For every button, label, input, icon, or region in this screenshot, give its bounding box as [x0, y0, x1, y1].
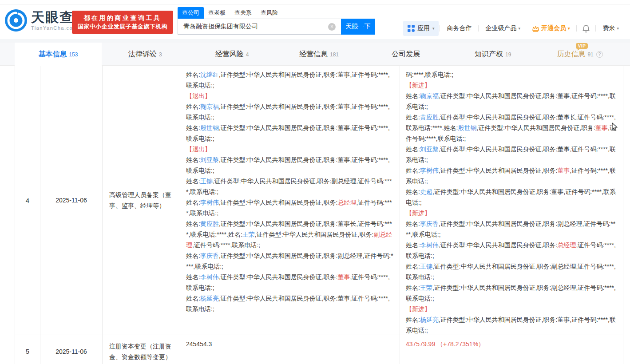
row-index: 5 — [15, 335, 40, 364]
person-link[interactable]: 黄应胜 — [200, 220, 219, 227]
brand-logo[interactable]: 天眼查 TianYanCha.com — [4, 9, 78, 32]
highlight-text: 董事 — [337, 273, 350, 281]
mouse-cursor — [612, 123, 618, 131]
record-line: 姓名:王荣,证件类型:中华人民共和国居民身份证,职务:副总经理,证件号码:***… — [406, 282, 617, 304]
tab-intellectual-property[interactable]: 知识产权19 — [449, 43, 536, 66]
person-link[interactable]: 李树伟 — [420, 241, 439, 249]
record-line: 姓名:李庆香,证件类型:中华人民共和国居民身份证,职务:副总经理,证件号码:**… — [186, 250, 394, 272]
person-link[interactable]: 杨延亮 — [200, 295, 219, 302]
person-link[interactable]: 鞠京福 — [420, 92, 439, 99]
search-tab-risk[interactable]: 查风险 — [256, 7, 282, 19]
record-line: 姓名:李树伟,证件类型:中华人民共和国居民身份证,职务:总经理,证件号码:***… — [406, 240, 617, 261]
business-cooperation-link[interactable]: 商务合作 — [441, 24, 477, 32]
tab-count: 91 — [587, 51, 593, 58]
tab-label: 经营风险 — [215, 50, 244, 59]
record-line: 【新进】 — [406, 208, 617, 218]
person-link[interactable]: 鞠京福 — [200, 103, 219, 110]
notifications-button[interactable] — [578, 24, 594, 33]
change-item: 注册资本变更（注册资金、资金数额等变更） — [102, 335, 180, 364]
search-tab-company[interactable]: 查公司 — [178, 7, 204, 19]
tab-label: 法律诉讼 — [128, 50, 157, 59]
person-link[interactable]: 殷世钢 — [458, 124, 476, 131]
tab-development[interactable]: 公司发展 — [362, 43, 449, 66]
user-account-menu[interactable]: 费米 ▾ — [597, 24, 625, 32]
record-line: 姓名:王键,证件类型:中华人民共和国居民身份证,职务:副总经理,证件号码:***… — [186, 176, 394, 197]
tianyancha-logo-icon — [4, 9, 28, 32]
person-link[interactable]: 王荣 — [242, 231, 255, 238]
record-line: 姓名:黄应胜,证件类型:中华人民共和国居民身份证,职务:董事长,证件号码:***… — [186, 218, 394, 250]
record-line: 【新进】 — [406, 80, 617, 91]
apps-label: 应用 — [417, 24, 430, 32]
search-area: 查公司查老板查关系查风险 × 天眼一下 — [178, 7, 375, 35]
record-line: 姓名:刘亚黎,证件类型:中华人民共和国居民身份证,职务:董事,证件号码:****… — [406, 144, 617, 165]
divider — [478, 25, 479, 32]
search-button[interactable]: 天眼一下 — [341, 19, 375, 35]
highlight-text: 437579.99 （+78.27351%） — [406, 340, 484, 348]
chevron-down-icon: ▾ — [432, 26, 435, 31]
top-strip — [0, 0, 630, 4]
person-link[interactable]: 李庆香 — [420, 220, 439, 227]
slogan-badge: 都在用的商业查询工具 国家中小企业发展子基金旗下机构 — [72, 11, 173, 34]
after-change-cell: 码:****,联系电话:;【新进】姓名:鞠京福,证件类型:中华人民共和国居民身份… — [400, 66, 623, 335]
tab-legal[interactable]: 法律诉讼3 — [102, 43, 189, 66]
tab-count: 153 — [69, 51, 78, 58]
record-line: 姓名:李树伟,证件类型:中华人民共和国居民身份证,职务:董事,证件号码:****… — [406, 165, 617, 186]
record-line: 437579.99 （+78.27351%） — [406, 339, 617, 349]
person-link[interactable]: 史超 — [420, 188, 432, 195]
tab-history[interactable]: 历史信息VIP91? — [536, 43, 623, 66]
chevron-down-icon: ▾ — [568, 26, 570, 31]
person-link[interactable]: 李树伟 — [420, 167, 439, 174]
section-divider — [0, 39, 630, 43]
person-link[interactable]: 李树伟 — [200, 199, 219, 206]
person-link[interactable]: 刘亚黎 — [420, 146, 439, 153]
tab-basic-info[interactable]: 基本信息153 — [15, 43, 102, 66]
record-line: 姓名:鞠京福,证件类型:中华人民共和国居民身份证,职务:董事,证件号码:****… — [186, 101, 394, 123]
search-input[interactable] — [178, 19, 341, 35]
chevron-down-icon: ▾ — [518, 26, 520, 31]
highlight-text: 董事 — [557, 167, 570, 174]
apps-menu[interactable]: 应用 ▾ — [403, 21, 439, 36]
highlight-text: 【退出】 — [186, 146, 211, 153]
search-tab-relation[interactable]: 查关系 — [230, 7, 256, 19]
tab-operating-info[interactable]: 经营信息181 — [276, 43, 363, 66]
brand-name: 天眼查 — [31, 10, 78, 24]
person-link[interactable]: 王键 — [200, 178, 213, 185]
person-link[interactable]: 李庆香 — [200, 252, 219, 259]
chevron-down-icon: ▾ — [617, 26, 619, 31]
person-link[interactable]: 殷世钢 — [200, 124, 219, 131]
person-link[interactable]: 黄应胜 — [420, 114, 439, 121]
table-row: 42025-11-06高级管理人员备案（董事、监事、经理等）姓名:沈继红,证件类… — [15, 66, 623, 335]
tab-label: 经营信息 — [299, 50, 328, 59]
person-link[interactable]: 王荣 — [420, 284, 432, 291]
record-line: 【退出】 — [186, 91, 394, 101]
change-records-table: 42025-11-06高级管理人员备案（董事、监事、经理等）姓名:沈继红,证件类… — [15, 66, 623, 364]
search-tab-boss[interactable]: 查老板 — [204, 7, 230, 19]
person-link[interactable]: 沈继红 — [200, 71, 219, 78]
change-date: 2025-11-06 — [40, 335, 102, 364]
person-link[interactable]: 杨延亮 — [420, 316, 439, 323]
after-change-cell: 437579.99 （+78.27351%） — [400, 335, 623, 364]
highlight-text: 总经理 — [557, 241, 576, 249]
search-tabs: 查公司查老板查关系查风险 — [178, 7, 375, 19]
record-line: 姓名:李树伟,证件类型:中华人民共和国居民身份证,职务:董事,证件号码:****… — [186, 272, 394, 293]
person-link[interactable]: 李树伟 — [200, 273, 219, 281]
highlight-text: 总经理 — [337, 199, 356, 206]
record-line: 姓名:李树伟,证件类型:中华人民共和国居民身份证,职务:总经理,证件号码:***… — [186, 197, 394, 218]
record-line: 姓名:李庆香,证件类型:中华人民共和国居民身份证,职务:副总经理,证件号码:**… — [406, 218, 617, 240]
crown-icon — [532, 25, 539, 32]
open-vip-menu[interactable]: 开通会员 ▾ — [526, 24, 576, 32]
tab-count: 3 — [159, 51, 162, 58]
record-line: 姓名:鞠京福,证件类型:中华人民共和国居民身份证,职务:董事,证件号码:****… — [406, 91, 617, 112]
enterprise-products-menu[interactable]: 企业级产品 ▾ — [479, 24, 526, 32]
highlight-text: 董事 — [595, 124, 608, 131]
person-link[interactable]: 刘亚黎 — [200, 156, 219, 163]
clear-search-icon[interactable]: × — [328, 23, 336, 31]
tab-operating-risk[interactable]: 经营风险4 — [189, 43, 276, 66]
record-line: 姓名:杨延亮,证件类型:中华人民共和国居民身份证,职务:董事,证件号码:****… — [406, 314, 617, 336]
person-link[interactable]: 王键 — [420, 263, 432, 270]
record-line: 245454.3 — [186, 339, 394, 349]
help-icon[interactable]: ? — [596, 51, 603, 58]
change-item: 高级管理人员备案（董事、监事、经理等） — [102, 66, 180, 335]
record-line: 姓名:沈继红,证件类型:中华人民共和国居民身份证,职务:董事,证件号码:****… — [186, 69, 394, 91]
tianyancha-page: 天眼查 TianYanCha.com 都在用的商业查询工具 国家中小企业发展子基… — [0, 0, 630, 364]
